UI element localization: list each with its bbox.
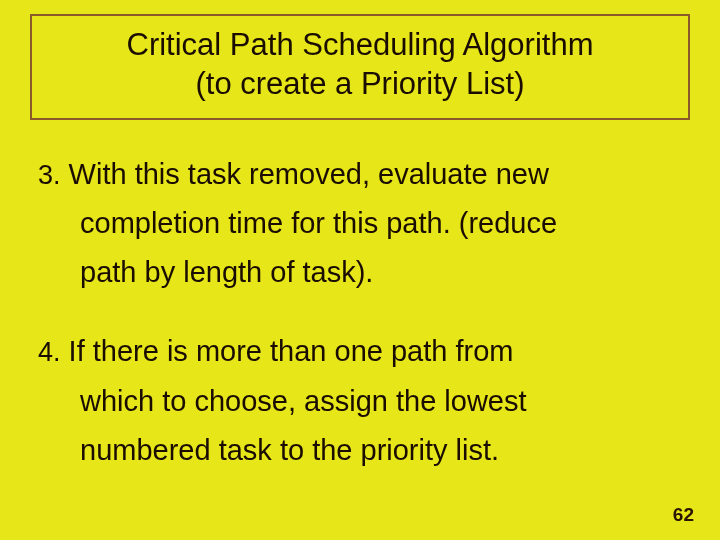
title-line-1: Critical Path Scheduling Algorithm [48, 26, 672, 65]
list-item: 3. With this task removed, evaluate new … [38, 150, 682, 298]
item-text-line: numbered task to the priority list. [38, 426, 682, 475]
item-text-line: which to choose, assign the lowest [38, 377, 682, 426]
content-area: 3. With this task removed, evaluate new … [0, 120, 720, 476]
item-text-line: completion time for this path. (reduce [38, 199, 682, 248]
item-text-line: With this task removed, evaluate new [69, 158, 549, 190]
page-number: 62 [673, 504, 694, 526]
item-text-line: path by length of task). [38, 248, 682, 297]
title-line-2: (to create a Priority List) [48, 65, 672, 104]
item-number: 4. [38, 337, 61, 367]
title-box: Critical Path Scheduling Algorithm (to c… [30, 14, 690, 120]
list-item: 4. If there is more than one path from w… [38, 327, 682, 475]
item-text-line: If there is more than one path from [69, 335, 514, 367]
item-number: 3. [38, 160, 61, 190]
